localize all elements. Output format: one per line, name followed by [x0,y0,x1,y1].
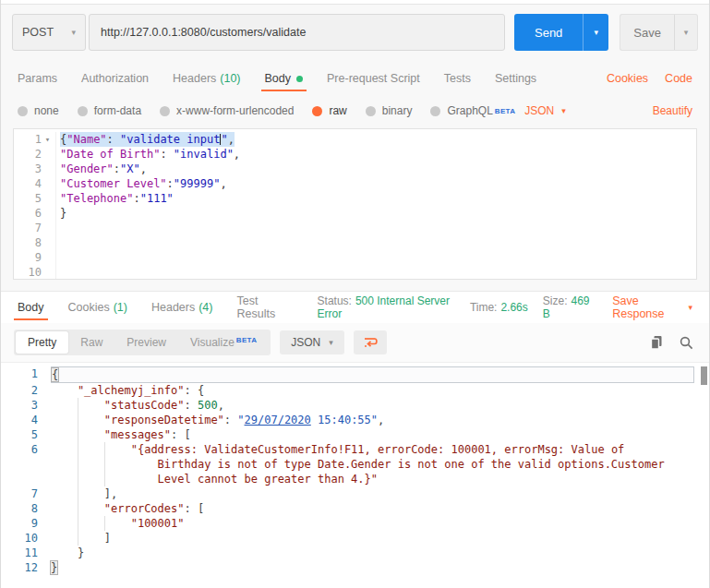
tab-authorization[interactable]: Authorization [81,66,149,91]
response-pane: Body Cookies (1) Headers (4) Test Result… [1,291,709,576]
radio-selected-icon [312,106,322,116]
tab-headers[interactable]: Headers (10) [173,66,240,91]
view-raw[interactable]: Raw [68,331,114,354]
code-token: , [220,177,226,190]
send-options-button[interactable]: ▾ [583,14,608,51]
format-label: JSON [291,336,320,349]
save-options-button[interactable]: ▾ [674,14,698,51]
headers-count-badge: (4) [199,301,212,314]
code-token: "_alchemyj_info" [78,384,185,397]
radio-label: none [34,104,59,117]
line-number: 1 [1,366,38,381]
code-line: 12} [1,560,709,575]
tab-label: Test Results [236,294,293,320]
line-number: 7 [1,486,38,501]
code-token: , [378,414,384,426]
radio-raw[interactable]: raw [312,104,346,117]
cookies-link[interactable]: Cookies [607,72,648,85]
view-visualize[interactable]: Visualize BETA [178,331,269,354]
tab-params[interactable]: Params [18,66,57,91]
time-badge: Time:2.66s [470,301,528,314]
time-value: 2.66s [500,301,527,314]
view-mode-segments: Pretty Raw Preview Visualize BETA [14,330,271,355]
response-status-group: Status:500 Internal Server Error Time:2.… [318,294,692,320]
radio-icon [18,106,28,116]
code-line: 3"statusCode": 500, [1,398,709,413]
code-token: , [140,162,147,175]
tab-label: Tests [444,72,471,85]
request-pane: POST ▾ Send ▾ Save ▾ Params [1,4,709,291]
tab-pre-request-script[interactable]: Pre-request Script [327,66,420,91]
radio-none[interactable]: none [18,104,59,117]
status-badge: Status:500 Internal Server Error [318,294,455,320]
response-tab-headers[interactable]: Headers (4) [151,294,213,320]
view-pretty[interactable]: Pretty [16,331,68,354]
chevron-down-icon: ▾ [561,106,566,115]
raw-format-select[interactable]: JSON ▾ [524,104,566,117]
wrap-lines-button[interactable] [354,330,387,354]
radio-icon [430,106,440,116]
code-token: " [221,133,227,146]
tab-label: Headers [151,301,195,314]
line-number: 3 [14,162,42,176]
code-line: 6"{address: ValidateCustomerInfo!F11, er… [1,442,709,486]
url-bar: POST ▾ Send ▾ Save ▾ [12,14,698,51]
radio-graphql[interactable]: GraphQL BETA [430,104,515,117]
line-number: 6 [14,206,42,221]
method-select[interactable]: POST ▾ [12,14,86,51]
fold-caret-icon[interactable]: ▾ [42,132,54,147]
code-token: "Customer Level" [60,177,167,190]
radio-binary[interactable]: binary [366,104,413,117]
send-button[interactable]: Send [514,14,583,51]
view-preview[interactable]: Preview [114,331,178,354]
code-token: ] [104,532,111,545]
save-response-button[interactable]: Save Response ▾ [612,294,692,320]
send-button-group: Send ▾ [514,14,608,51]
request-body-editor[interactable]: 1▾{"Name": "validate input",2"Date of Bi… [13,128,697,280]
code-link[interactable]: Code [665,72,692,85]
radio-form-data[interactable]: form-data [78,104,141,117]
time-label: Time: [470,301,498,314]
segment-label: Preview [126,336,166,349]
search-icon[interactable] [679,335,694,351]
format-label: JSON [524,104,554,117]
response-format-select[interactable]: JSON ▾ [280,330,344,354]
segment-label: Raw [80,336,102,349]
code-token: "99999" [174,177,221,190]
url-input[interactable] [89,14,505,51]
code-token: "{address: ValidateCustomerInfo!F11, err… [131,443,671,486]
response-tab-cookies[interactable]: Cookies (1) [68,294,127,320]
code-token: "statusCode" [104,399,185,412]
save-button[interactable]: Save [620,14,674,51]
save-button-group: Save ▾ [620,14,698,51]
tab-label: Headers [173,72,216,85]
line-number: 7 [14,221,42,235]
radio-icon [366,106,376,116]
line-number: 4 [14,176,42,191]
response-body-viewer: 1{2"_alchemyj_info": {3"statusCode": 500… [1,362,709,576]
copy-icon[interactable] [649,334,664,351]
tab-body[interactable]: Body [265,66,304,91]
tab-tests[interactable]: Tests [444,66,471,91]
code-line: 6} [14,206,696,221]
code-token: "Telephone" [60,192,133,205]
tab-settings[interactable]: Settings [495,66,536,91]
headers-count-badge: (10) [220,72,240,85]
code-token: : [ [185,502,205,515]
response-tab-test-results[interactable]: Test Results [236,294,293,320]
chevron-down-icon: ▾ [329,338,333,347]
beautify-link[interactable]: Beautify [653,104,692,117]
response-tab-body[interactable]: Body [18,294,44,320]
code-line: 4"Customer Level":"99999", [14,176,696,191]
wrap-lines-icon [362,334,379,351]
radio-x-www-form-urlencoded[interactable]: x-www-form-urlencoded [160,104,294,117]
code-token: "100001" [131,517,185,530]
code-token: : [167,177,174,190]
scrollbar-thumb[interactable] [701,366,707,385]
tab-label: Pre-request Script [327,72,420,85]
line-number: 10 [14,265,42,280]
code-token: : [185,399,198,412]
code-token: " [237,414,244,426]
tab-label: Authorization [81,72,149,85]
code-token: ], [104,487,117,500]
